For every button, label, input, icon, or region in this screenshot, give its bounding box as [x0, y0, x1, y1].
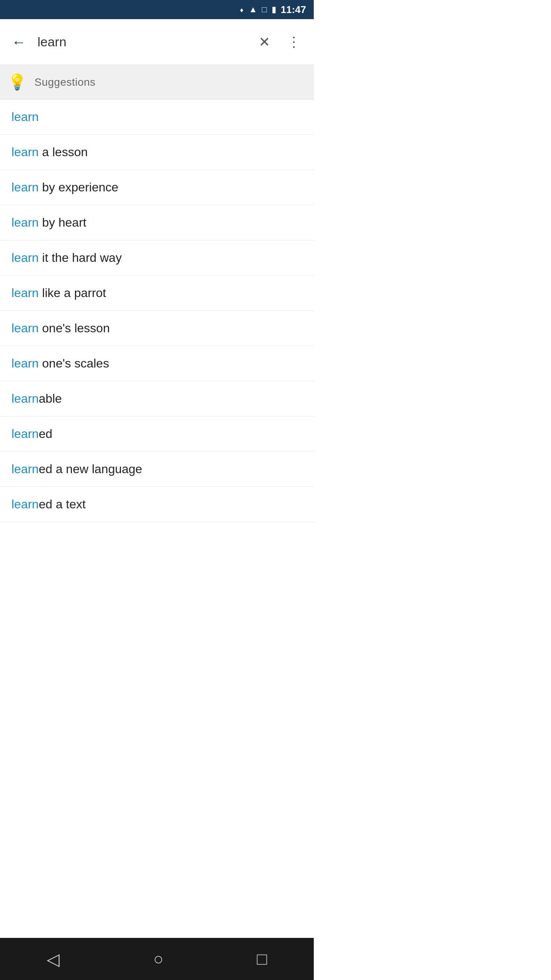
suggestion-text: learned a text	[11, 496, 86, 513]
list-item[interactable]: learn by heart	[0, 205, 314, 240]
list-item[interactable]: learn like a parrot	[0, 276, 314, 311]
suggestion-text: learned a new language	[11, 461, 142, 478]
status-bar: ⬧ ▲ □ ▮ 11:47	[0, 0, 314, 19]
suggestion-text: learn by experience	[11, 179, 118, 196]
suggestion-text: learnable	[11, 390, 62, 407]
list-item[interactable]: learn a lesson	[0, 135, 314, 170]
list-item[interactable]: learn	[0, 100, 314, 135]
back-button[interactable]: ←	[8, 31, 30, 53]
suggestions-header: 💡 Suggestions	[0, 65, 314, 100]
clear-button[interactable]: ✕	[254, 32, 275, 52]
list-item[interactable]: learned	[0, 416, 314, 452]
search-bar: ← ✕ ⋮	[0, 19, 314, 65]
bluetooth-icon: ⬧	[239, 5, 244, 15]
notification-icon: □	[262, 5, 267, 15]
more-options-button[interactable]: ⋮	[282, 32, 306, 52]
list-item[interactable]: learned a text	[0, 487, 314, 522]
wifi-icon: ▲	[249, 5, 257, 15]
battery-icon: ▮	[272, 5, 276, 15]
suggestion-text: learn one's scales	[11, 355, 109, 372]
search-input[interactable]	[37, 34, 246, 49]
suggestion-text: learn by heart	[11, 214, 86, 231]
suggestion-text: learn like a parrot	[11, 284, 106, 302]
list-item[interactable]: learn one's scales	[0, 346, 314, 381]
list-item[interactable]: learned a new language	[0, 452, 314, 487]
list-item[interactable]: learnable	[0, 381, 314, 416]
suggestion-text: learn one's lesson	[11, 320, 110, 337]
list-item[interactable]: learn it the hard way	[0, 240, 314, 276]
suggestion-text: learn	[11, 108, 39, 126]
suggestion-list: learn learn a lesson learn by experience…	[0, 100, 314, 522]
lightbulb-icon: 💡	[8, 73, 27, 91]
suggestion-text: learned	[11, 425, 52, 443]
status-time: 11:47	[281, 4, 306, 16]
list-item[interactable]: learn one's lesson	[0, 311, 314, 346]
suggestion-text: learn a lesson	[11, 144, 88, 161]
suggestions-label: Suggestions	[34, 76, 96, 88]
list-item[interactable]: learn by experience	[0, 170, 314, 205]
suggestion-text: learn it the hard way	[11, 249, 122, 266]
